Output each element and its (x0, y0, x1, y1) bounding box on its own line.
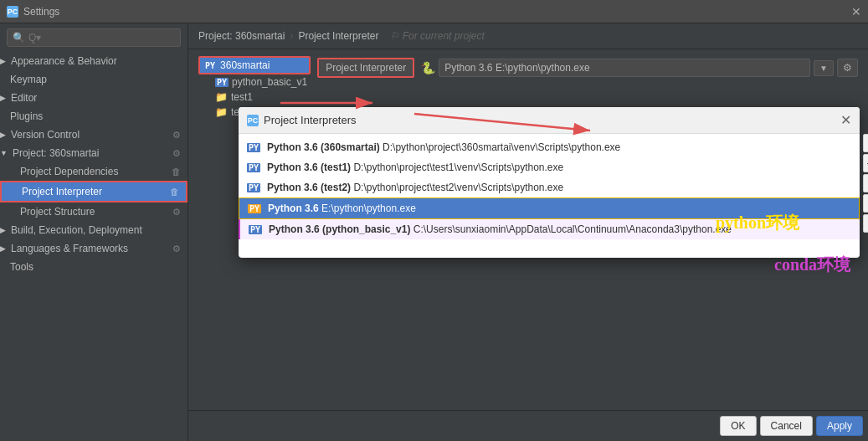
settings-icon: ⚙ (172, 130, 181, 141)
interpreter-item-360smartai[interactable]: PY Python 3.6 (360smartai) D:\python\pro… (239, 137, 860, 157)
expand-icon: ▶ (0, 226, 6, 234)
dialog-more-button[interactable]: ≡ (863, 214, 868, 233)
expand-icon: ▶ (0, 244, 6, 253)
python-badge: PY (247, 143, 260, 152)
project-interpreter-button[interactable]: Project Interpreter (317, 58, 414, 78)
sidebar-item-version-control[interactable]: ▶ Version Control ⚙ (0, 126, 187, 144)
folder-icon: 📁 (215, 91, 228, 103)
breadcrumb-project: Project: 360smartai (198, 30, 285, 42)
sidebar-item-project-interpreter[interactable]: Project Interpreter 🗑 (0, 181, 187, 203)
apply-button[interactable]: Apply (816, 416, 863, 436)
python-badge: PY (248, 204, 261, 213)
expand-icon: ▶ (0, 94, 6, 102)
project-interpreters-dialog: PC Project Interpreters ✕ PY Python 3.6 … (239, 107, 860, 258)
search-box[interactable]: 🔍 (7, 28, 181, 47)
annotation-python-env: python环境 (716, 212, 799, 234)
sidebar-item-appearance[interactable]: ▶ Appearance & Behavior (0, 52, 187, 70)
folder-icon: 📁 (215, 106, 228, 118)
dialog-close-button[interactable]: ✕ (840, 112, 851, 128)
interpreter-dropdown-button[interactable]: ▼ (814, 60, 834, 76)
expand-icon: ▶ (0, 57, 6, 65)
dialog-footer-buttons: OK Cancel Apply (188, 410, 868, 441)
breadcrumb-separator: › (290, 30, 293, 42)
tree-item-python-basic[interactable]: PY python_basic_v1 (212, 74, 311, 90)
title-bar: PC Settings ✕ (0, 0, 868, 23)
python-badge: PY (247, 183, 260, 192)
sidebar-item-project-structure[interactable]: Project Structure ⚙ (0, 203, 187, 221)
dialog-remove-button[interactable]: — (863, 154, 868, 172)
search-input[interactable] (28, 32, 175, 44)
python-badge: PY (247, 163, 260, 172)
sidebar-item-build[interactable]: ▶ Build, Execution, Deployment (0, 221, 187, 239)
dialog-icon: PC (247, 115, 259, 126)
expand-icon: ▼ (0, 149, 8, 157)
python-badge: PY (249, 225, 262, 234)
sidebar-item-keymap[interactable]: Keymap (0, 70, 187, 89)
close-button[interactable]: ✕ (851, 5, 861, 18)
python-icon: PY (203, 61, 217, 70)
cancel-button[interactable]: Cancel (760, 416, 813, 436)
dialog-move-button[interactable]: ▼ (863, 194, 868, 213)
app-icon: PC (7, 6, 18, 18)
sidebar-item-plugins[interactable]: Plugins (0, 107, 187, 126)
sidebar-item-editor[interactable]: ▶ Editor (0, 89, 187, 107)
breadcrumb: Project: 360smartai › Project Interprete… (188, 23, 868, 49)
dialog-edit-button[interactable]: ✎ (863, 174, 868, 192)
settings-icon: ⚙ (172, 148, 181, 159)
dialog-title: Project Interpreters (264, 114, 357, 126)
delete-icon: 🗑 (170, 187, 179, 197)
annotation-conda-env: conda环境 (774, 254, 850, 276)
interpreter-path-display: Python 3.6 E:\python\python.exe (439, 59, 810, 77)
settings-icon: ⚙ (172, 207, 181, 218)
sidebar-item-languages[interactable]: ▶ Languages & Frameworks ⚙ (0, 239, 187, 258)
sidebar-item-project[interactable]: ▼ Project: 360smartai ⚙ (0, 144, 187, 162)
delete-icon: 🗑 (172, 167, 181, 177)
sidebar-item-project-deps[interactable]: Project Dependencies 🗑 (0, 162, 187, 181)
interpreter-settings-button[interactable]: ⚙ (837, 59, 858, 77)
expand-icon: ▶ (0, 131, 6, 139)
dialog-titlebar: PC Project Interpreters ✕ (239, 107, 860, 134)
main-content: Project: 360smartai › Project Interprete… (188, 23, 868, 441)
settings-sidebar: 🔍 ▶ Appearance & Behavior Keymap ▶ Edito… (0, 23, 188, 441)
python-icon-small: 🐍 (421, 61, 435, 74)
breadcrumb-section: Project Interpreter (298, 30, 378, 42)
python-icon: PY (215, 78, 229, 87)
settings-icon: ⚙ (172, 244, 181, 254)
window-title: Settings (23, 6, 59, 18)
ok-button[interactable]: OK (720, 416, 756, 436)
search-icon: 🔍 (13, 32, 25, 44)
sidebar-item-tools[interactable]: Tools (0, 258, 187, 276)
current-project-note: ⚐ For current project (390, 30, 484, 42)
tree-item-360smartai[interactable]: PY 360smartai (198, 56, 311, 74)
tree-item-test1[interactable]: 📁 test1 (212, 90, 311, 105)
interpreter-select-row: 🐍 Python 3.6 E:\python\python.exe ▼ ⚙ (421, 59, 858, 77)
interpreter-item-test1[interactable]: PY Python 3.6 (test1) D:\python\project\… (239, 157, 860, 177)
interpreter-item-test2[interactable]: PY Python 3.6 (test2) D:\python\project\… (239, 177, 860, 197)
dialog-add-button[interactable]: + (863, 134, 868, 152)
